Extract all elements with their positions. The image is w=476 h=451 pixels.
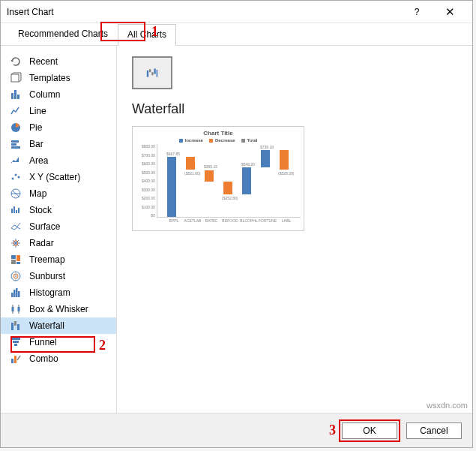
sidebar-item-label: Treemap bbox=[29, 254, 65, 265]
svg-rect-35 bbox=[154, 68, 155, 74]
box-whisker-icon bbox=[10, 303, 22, 315]
svg-rect-24 bbox=[11, 323, 13, 330]
cancel-button[interactable]: Cancel bbox=[406, 422, 462, 439]
main-panel: Waterfall Chart Title Increase Decrease … bbox=[117, 46, 472, 413]
bar-value-label: ($252.80) bbox=[222, 196, 237, 200]
insert-chart-dialog: Insert Chart ? ✕ Recommended Charts All … bbox=[0, 0, 473, 448]
annotation-label-2: 2 bbox=[99, 338, 106, 353]
tab-all-charts[interactable]: All Charts bbox=[118, 24, 176, 46]
sidebar-item-label: Surface bbox=[29, 221, 60, 232]
sidebar-item-x-y-scatter-[interactable]: X Y (Scatter) bbox=[1, 169, 116, 185]
sidebar-item-label: Stock bbox=[29, 205, 52, 215]
sidebar-item-box-whisker[interactable]: Box & Whisker bbox=[1, 301, 116, 317]
area-icon bbox=[10, 155, 22, 167]
sidebar-item-area[interactable]: Area bbox=[1, 152, 116, 169]
svg-rect-20 bbox=[16, 288, 18, 297]
histogram-icon bbox=[10, 287, 22, 299]
sidebar-item-label: Combo bbox=[29, 353, 58, 364]
svg-rect-18 bbox=[11, 293, 13, 297]
help-button[interactable]: ? bbox=[400, 2, 433, 23]
sidebar-item-label: Box & Whisker bbox=[29, 304, 88, 314]
sidebar-item-label: Map bbox=[29, 188, 46, 199]
templates-icon bbox=[10, 72, 22, 84]
sidebar-item-recent[interactable]: Recent bbox=[1, 53, 116, 70]
chart-type-sidebar: RecentTemplatesColumnLinePieBarAreaX Y (… bbox=[1, 46, 117, 413]
annotation-label-3: 3 bbox=[329, 422, 336, 438]
bar-icon bbox=[10, 138, 22, 150]
dialog-content: RecentTemplatesColumnLinePieBarAreaX Y (… bbox=[1, 46, 472, 413]
legend-increase: Increase bbox=[185, 138, 203, 143]
bar-value-label: $395.15 bbox=[203, 164, 218, 169]
svg-rect-6 bbox=[11, 143, 16, 146]
sunburst-icon bbox=[10, 270, 22, 282]
svg-rect-21 bbox=[18, 291, 20, 297]
x-tick-label: LHBL bbox=[275, 218, 298, 223]
column-icon bbox=[10, 89, 22, 101]
svg-rect-26 bbox=[17, 324, 19, 330]
sidebar-item-map[interactable]: Map bbox=[1, 185, 116, 202]
svg-rect-36 bbox=[157, 70, 158, 77]
chart-preview[interactable]: Chart Title Increase Decrease Total $800… bbox=[132, 126, 304, 231]
treemap-icon bbox=[10, 254, 22, 266]
sidebar-item-label: Templates bbox=[29, 73, 70, 83]
svg-rect-25 bbox=[14, 321, 16, 326]
chart-type-heading: Waterfall bbox=[132, 101, 457, 117]
sidebar-item-label: Recent bbox=[29, 56, 58, 67]
sidebar-item-histogram[interactable]: Histogram bbox=[1, 284, 116, 301]
svg-rect-7 bbox=[11, 146, 20, 149]
svg-rect-32 bbox=[147, 71, 148, 77]
chart-subtype-waterfall[interactable] bbox=[132, 56, 172, 89]
titlebar: Insert Chart ? ✕ bbox=[1, 1, 472, 23]
bar-value-label: ($521.00) bbox=[184, 171, 199, 176]
close-button[interactable]: ✕ bbox=[433, 2, 466, 23]
sidebar-item-label: Pie bbox=[29, 122, 42, 133]
svg-rect-28 bbox=[13, 341, 19, 343]
pie-icon bbox=[10, 122, 22, 134]
ok-button[interactable]: OK bbox=[342, 422, 397, 439]
bar-value-label: $667.85 bbox=[166, 152, 181, 156]
sidebar-item-label: Histogram bbox=[29, 287, 70, 298]
svg-rect-33 bbox=[149, 69, 151, 72]
annotation-box-3: OK bbox=[339, 419, 400, 442]
svg-rect-3 bbox=[17, 95, 19, 99]
sidebar-item-radar[interactable]: Radar bbox=[1, 235, 116, 251]
svg-point-10 bbox=[18, 176, 20, 179]
svg-rect-30 bbox=[11, 359, 13, 363]
sidebar-item-label: Sunburst bbox=[29, 271, 65, 281]
svg-rect-27 bbox=[11, 338, 20, 340]
svg-point-9 bbox=[15, 174, 17, 176]
sidebar-item-templates[interactable]: Templates bbox=[1, 70, 116, 86]
sidebar-item-treemap[interactable]: Treemap bbox=[1, 251, 116, 268]
sidebar-item-bar[interactable]: Bar bbox=[1, 136, 116, 152]
watermark: wsxdn.com bbox=[427, 401, 468, 410]
x-y-scatter--icon bbox=[10, 171, 22, 183]
tab-recommended-charts[interactable]: Recommended Charts bbox=[8, 23, 118, 45]
sidebar-item-column[interactable]: Column bbox=[1, 86, 116, 103]
sidebar-item-label: Column bbox=[29, 89, 60, 100]
funnel-icon bbox=[10, 336, 22, 348]
dialog-footer: 3 OK Cancel bbox=[1, 413, 472, 447]
sidebar-item-waterfall[interactable]: Waterfall bbox=[1, 317, 116, 334]
chart-legend: Increase Decrease Total bbox=[136, 138, 301, 143]
svg-rect-34 bbox=[151, 72, 153, 75]
legend-total: Total bbox=[247, 138, 258, 143]
svg-rect-23 bbox=[18, 307, 20, 311]
waterfall-icon bbox=[10, 320, 22, 332]
y-axis: $800.00$700.00$600.00$500.00$400.00$300.… bbox=[136, 144, 157, 218]
combo-icon bbox=[10, 353, 22, 365]
sidebar-item-pie[interactable]: Pie bbox=[1, 119, 116, 136]
sidebar-item-stock[interactable]: Stock bbox=[1, 202, 116, 218]
sidebar-item-label: Bar bbox=[29, 139, 43, 149]
sidebar-item-label: X Y (Scatter) bbox=[29, 172, 80, 182]
stock-icon bbox=[10, 204, 22, 216]
svg-rect-2 bbox=[14, 90, 16, 99]
svg-rect-31 bbox=[14, 356, 16, 363]
sidebar-item-sunburst[interactable]: Sunburst bbox=[1, 268, 116, 284]
plot-area: $667.85BPPL($521.00)ACETLAB$395.15BATBC(… bbox=[157, 144, 301, 218]
legend-decrease: Decrease bbox=[215, 138, 235, 143]
sidebar-item-line[interactable]: Line bbox=[1, 103, 116, 119]
sidebar-item-surface[interactable]: Surface bbox=[1, 218, 116, 235]
line-icon bbox=[10, 105, 22, 117]
svg-rect-0 bbox=[11, 74, 19, 82]
svg-rect-15 bbox=[16, 262, 20, 264]
